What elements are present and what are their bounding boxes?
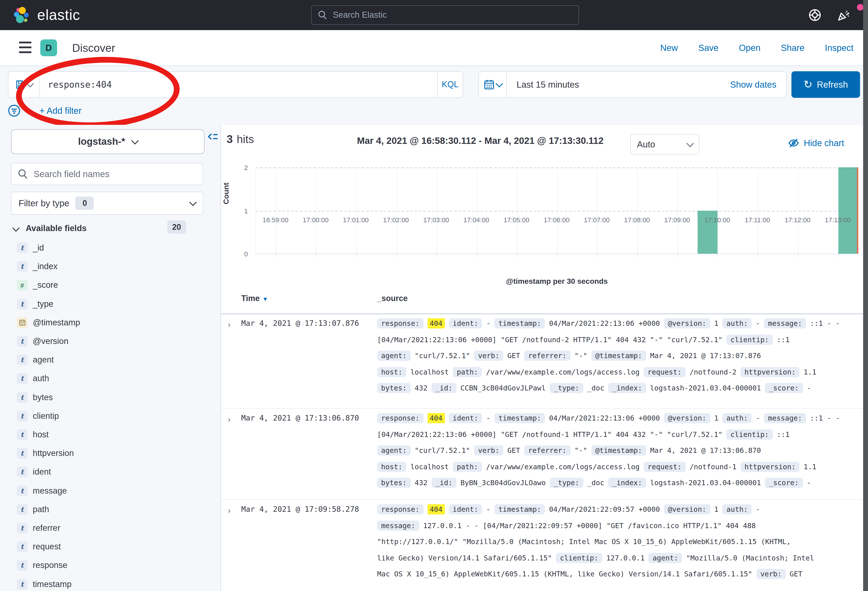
field-value: -	[807, 384, 811, 393]
show-dates-button[interactable]: Show dates	[730, 72, 786, 98]
field-item-ident[interactable]: tident	[0, 463, 221, 482]
add-filter-button[interactable]: + Add filter	[39, 106, 81, 116]
sort-desc-icon: ▼	[262, 296, 268, 302]
field-item-@timestamp[interactable]: @timestamp	[0, 313, 221, 332]
time-range-value[interactable]: Last 15 minutes	[507, 72, 730, 98]
field-item-agent[interactable]: tagent	[0, 351, 221, 369]
expand-row-icon[interactable]: ›	[227, 505, 232, 515]
source-line: message:127.0.0.1 - - [04/Mar/2021:22:09…	[377, 517, 760, 534]
field-name-badge: clientip:	[726, 334, 773, 345]
expand-row-icon[interactable]: ›	[227, 414, 232, 424]
field-name: _id	[33, 243, 44, 253]
saved-query-menu-button[interactable]	[9, 72, 40, 98]
collapse-sidebar-icon[interactable]	[207, 131, 218, 143]
field-name: ident	[33, 467, 51, 477]
brand-name: elastic	[37, 7, 80, 24]
row-divider	[221, 499, 863, 500]
quick-select-button[interactable]	[479, 72, 507, 98]
field-item-_score[interactable]: #_score	[0, 276, 221, 295]
v-gridline	[557, 167, 558, 254]
time-column-header[interactable]: Time▼	[241, 294, 268, 303]
field-item-message[interactable]: tmessage	[0, 482, 221, 500]
x-tick-label: 17:00:00	[303, 216, 329, 223]
field-item-auth[interactable]: tauth	[0, 369, 221, 388]
field-name-badge: ident:	[449, 504, 482, 514]
nav-action-share[interactable]: Share	[781, 43, 805, 53]
chart-time-range: Mar 4, 2021 @ 16:58:30.112 - Mar 4, 2021…	[357, 136, 604, 146]
field-name-badge: _score:	[765, 478, 803, 488]
histogram-chart[interactable]	[255, 167, 858, 254]
x-tick-mark	[758, 254, 758, 257]
nav-action-save[interactable]: Save	[698, 43, 718, 53]
query-input[interactable]: response:404	[40, 72, 437, 98]
field-item-referrer[interactable]: treferrer	[0, 519, 221, 538]
eye-slash-icon	[788, 137, 799, 149]
results-panel: 3hits Mar 4, 2021 @ 16:58:30.112 - Mar 4…	[221, 125, 863, 591]
field-name-badge: referrer:	[524, 351, 570, 361]
field-item-_type[interactable]: t_type	[0, 295, 221, 313]
elastic-logo[interactable]: elastic	[12, 5, 80, 25]
x-tick-mark	[557, 254, 558, 257]
app-header: D Discover NewSaveOpenShareInspect	[0, 30, 868, 66]
field-value: "Mozilla/5.0 (Macintosh; Intel	[686, 554, 814, 562]
date-field-icon	[17, 318, 27, 328]
help-icon[interactable]	[808, 8, 822, 22]
x-tick-label: 17:05:00	[503, 216, 529, 223]
field-item-httpversion[interactable]: thttpversion	[0, 444, 221, 462]
nav-action-inspect[interactable]: Inspect	[825, 43, 853, 53]
field-value: 1.1	[804, 368, 816, 376]
nav-action-new[interactable]: New	[660, 43, 678, 53]
text-field-icon: t	[17, 523, 27, 533]
field-item-bytes[interactable]: tbytes	[0, 388, 221, 406]
table-row: ›Mar 4, 2021 @ 17:13:06.870response:404i…	[221, 410, 863, 501]
field-name-badge: clientip:	[726, 429, 773, 439]
news-icon[interactable]	[836, 7, 851, 22]
field-value: like Gecko) Version/14.1 Safari/605.1.15…	[377, 554, 552, 562]
index-pattern-selector[interactable]: logstash-*	[11, 129, 205, 154]
v-gridline	[316, 167, 316, 254]
field-item-request[interactable]: trequest	[0, 538, 221, 556]
source-line: response:404ident:-timestamp:04/Mar/2021…	[377, 410, 844, 426]
field-search-input[interactable]: Search field names	[11, 163, 203, 185]
field-name-badge: message:	[764, 413, 806, 423]
x-tick-label: 17:04:00	[464, 216, 489, 223]
field-item-path[interactable]: tpath	[0, 500, 221, 519]
field-name: request	[33, 542, 61, 552]
filter-by-type-select[interactable]: Filter by type 0	[11, 192, 203, 215]
available-fields-header[interactable]: Available fields 20	[13, 220, 204, 236]
field-name-badge: bytes:	[377, 478, 411, 488]
field-name: message	[33, 486, 67, 496]
histogram-bar[interactable]	[838, 167, 858, 254]
app-badge[interactable]: D	[40, 39, 57, 56]
x-tick-mark	[276, 254, 276, 257]
refresh-button[interactable]: ↻ Refresh	[791, 71, 860, 98]
field-name: bytes	[33, 393, 53, 402]
field-value: CCBN_3cB04dGovJLPawl	[461, 384, 546, 393]
field-name-badge: _index:	[608, 478, 646, 488]
interval-select[interactable]: Auto	[630, 134, 699, 155]
field-item-timestamp[interactable]: ttimestamp	[0, 575, 221, 591]
filter-icon[interactable]	[8, 105, 21, 117]
field-item-@version[interactable]: t@version	[0, 332, 221, 351]
query-language-button[interactable]: KQL	[437, 72, 462, 98]
field-name-badge: response:	[377, 504, 424, 514]
expand-row-icon[interactable]: ›	[227, 320, 232, 329]
source-line: agent:"curl/7.52.1"verb:GETreferrer:"-"@…	[377, 442, 765, 459]
field-item-host[interactable]: thost	[0, 426, 221, 444]
nav-action-open[interactable]: Open	[739, 43, 760, 53]
v-gridline	[477, 167, 477, 254]
field-value: ::1 - -	[810, 414, 840, 423]
hide-chart-button[interactable]: Hide chart	[788, 137, 844, 149]
global-search-input[interactable]: Search Elastic	[311, 5, 579, 25]
menu-icon[interactable]	[19, 41, 31, 53]
browser-scrollbar[interactable]	[863, 0, 868, 591]
field-item-_index[interactable]: t_index	[0, 257, 221, 276]
page-title: Discover	[72, 41, 115, 55]
field-item-response[interactable]: tresponse	[0, 556, 221, 575]
field-item-_id[interactable]: t_id	[0, 239, 221, 257]
v-gridline	[718, 167, 718, 254]
field-item-clientip[interactable]: tclientip	[0, 407, 221, 426]
y-tick-2: 2	[235, 164, 248, 171]
field-name-badge: _type:	[550, 383, 583, 393]
field-name-badge: @version:	[664, 504, 710, 514]
